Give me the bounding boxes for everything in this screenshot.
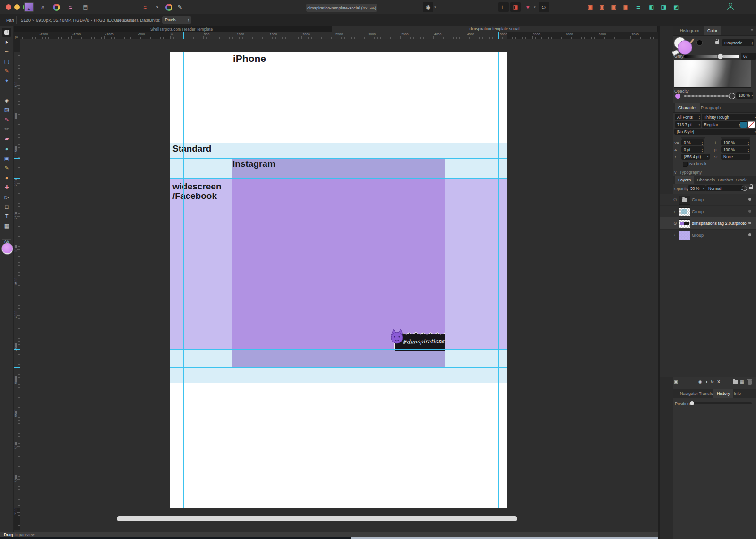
gray-slider[interactable] bbox=[684, 55, 739, 58]
flood-select-tool[interactable]: ✦ bbox=[2, 77, 11, 86]
align-vertical-icon[interactable]: ◨ bbox=[659, 2, 669, 12]
opacity-slider-knob[interactable] bbox=[729, 93, 735, 99]
text-tool[interactable]: T bbox=[2, 212, 11, 221]
minimize-button[interactable] bbox=[14, 4, 20, 10]
layer-lock-icon[interactable] bbox=[749, 187, 753, 189]
move-to-front-icon[interactable]: ▣ bbox=[585, 2, 595, 12]
guides-icon[interactable]: ∟ bbox=[498, 2, 509, 12]
vector-pen-icon[interactable]: ✎ bbox=[175, 2, 185, 12]
export-persona-icon[interactable]: ▤ bbox=[80, 2, 91, 12]
selection-brush-tool[interactable]: ✎ bbox=[2, 67, 11, 76]
view-mode-icon-caret[interactable]: ▼ bbox=[434, 6, 437, 9]
layer-row-dimspirations-tag[interactable]: ⊙ dimspirations tag 2.0.afphoto bbox=[660, 217, 756, 230]
history-position-knob[interactable] bbox=[690, 401, 694, 405]
color-wheel-icon[interactable] bbox=[163, 2, 174, 12]
dodge-tool[interactable]: ● bbox=[2, 144, 11, 153]
photo-persona-icon[interactable]: ▲ bbox=[24, 2, 34, 12]
leading-field[interactable]: (856.4 pt) bbox=[681, 154, 710, 160]
horizontal-guide[interactable] bbox=[170, 143, 507, 143]
move-tool[interactable]: ➤ bbox=[2, 38, 11, 47]
burn-tool[interactable]: ● bbox=[2, 173, 11, 182]
layer-expand-icon[interactable]: › bbox=[674, 209, 675, 214]
mesh-warp-tool[interactable]: ▦ bbox=[2, 222, 11, 231]
canvas-viewport[interactable]: iPhone Standard Instagram widescreen /Fa… bbox=[20, 39, 658, 530]
horizontal-guide[interactable] bbox=[170, 158, 507, 159]
flood-fill-tool[interactable]: ◈ bbox=[2, 96, 11, 105]
gradient-tool[interactable]: ▨ bbox=[2, 105, 11, 114]
horizontal-guide[interactable] bbox=[170, 178, 507, 179]
liquify-persona-icon[interactable]: ≈ bbox=[38, 2, 48, 12]
split-view-icon[interactable]: ◨ bbox=[510, 2, 521, 12]
shape-tool[interactable]: □ bbox=[2, 202, 11, 211]
view-mode-icon[interactable]: ◉ bbox=[423, 2, 433, 12]
vertical-guide[interactable] bbox=[498, 52, 499, 508]
tab-stock[interactable]: Stock bbox=[732, 176, 750, 184]
font-weight-select[interactable]: Regular ▴▾ bbox=[702, 121, 741, 128]
tab-paragraph[interactable]: Paragraph bbox=[697, 103, 724, 112]
color-picker-tool[interactable]: ✒ bbox=[2, 47, 11, 56]
tab-histogram[interactable]: Histogram bbox=[677, 26, 703, 35]
mask-layer-icon[interactable]: ◉ bbox=[698, 379, 702, 384]
node-tool[interactable]: ▷ bbox=[2, 193, 11, 202]
clone-stamp-tool[interactable]: ▣ bbox=[2, 154, 11, 163]
no-break-checkbox[interactable] bbox=[683, 162, 688, 167]
grayscale-field[interactable] bbox=[674, 60, 751, 88]
vertical-scale-field[interactable]: 100 % bbox=[721, 139, 750, 145]
horizontal-guide[interactable] bbox=[170, 507, 507, 507]
font-scope-select[interactable]: All Fonts ▴▾ bbox=[675, 114, 701, 120]
fill-color-well[interactable] bbox=[740, 121, 747, 128]
gray-slider-knob[interactable] bbox=[717, 53, 723, 60]
layer-expand-icon[interactable]: › bbox=[674, 233, 675, 238]
adjustment-layer-icon[interactable]: ◑ bbox=[705, 379, 707, 384]
eraser-tool[interactable]: ▰ bbox=[2, 135, 11, 144]
eyedropper-icon[interactable] bbox=[690, 38, 695, 43]
horizontal-guide[interactable] bbox=[170, 349, 507, 350]
artboard[interactable]: iPhone Standard Instagram widescreen /Fa… bbox=[170, 52, 507, 508]
alignment-icon[interactable]: = bbox=[633, 2, 644, 12]
horizontal-guide[interactable] bbox=[170, 383, 507, 383]
layer-row-group-1[interactable]: ∅ Group bbox=[660, 194, 756, 206]
move-to-back-icon[interactable]: ▣ bbox=[620, 2, 631, 12]
develop-persona-icon[interactable] bbox=[51, 2, 61, 12]
gray-value[interactable]: 67 bbox=[741, 53, 756, 60]
layer-effects-icon[interactable]: fx bbox=[711, 379, 714, 384]
horizontal-guide[interactable] bbox=[170, 367, 507, 368]
marquee-tool[interactable] bbox=[2, 86, 11, 95]
vertical-guide[interactable] bbox=[183, 52, 184, 508]
pixel-tool[interactable]: ✏ bbox=[2, 125, 11, 134]
snapping-icon-caret[interactable]: ▼ bbox=[533, 6, 536, 9]
stroke-color-well[interactable] bbox=[748, 121, 755, 128]
edit-all-layers-icon[interactable]: ▣ bbox=[674, 379, 678, 384]
tone-mapping-persona-icon[interactable]: ≈ bbox=[65, 2, 76, 12]
vertical-ruler[interactable]: 5001000150020002500300035004000450050005… bbox=[13, 39, 20, 530]
layer-hidden-icon[interactable]: ∅ bbox=[673, 197, 677, 202]
move-backward-icon[interactable]: ▣ bbox=[609, 2, 619, 12]
snapping-icon[interactable]: ♥ bbox=[523, 2, 533, 12]
horizontal-scale-field[interactable]: 100 % bbox=[721, 146, 750, 153]
horizontal-scrollbar[interactable] bbox=[117, 516, 517, 521]
vertical-guide[interactable] bbox=[232, 52, 232, 508]
view-tool[interactable] bbox=[2, 28, 11, 37]
layer-visibility-dot[interactable] bbox=[748, 233, 751, 236]
eyedropper-color-well[interactable] bbox=[696, 40, 703, 46]
blemish-removal-tool[interactable]: ✚ bbox=[2, 183, 11, 192]
text-style-select[interactable]: [No Style] ▾ bbox=[674, 129, 756, 135]
layer-visibility-dot[interactable] bbox=[748, 210, 751, 213]
layer-visibility-dot[interactable] bbox=[748, 198, 751, 201]
blend-mode-select[interactable]: Normal ▴▾ bbox=[706, 185, 744, 191]
color-lock-icon[interactable] bbox=[715, 41, 719, 44]
units-select[interactable]: Pixels ▴▾ bbox=[162, 16, 191, 24]
new-layer-icon[interactable]: ▦ bbox=[740, 379, 744, 384]
delete-layer-icon[interactable] bbox=[748, 380, 752, 385]
layer-row-group-2[interactable]: › Group bbox=[660, 205, 756, 218]
account-icon[interactable] bbox=[726, 2, 736, 12]
tab-character[interactable]: Character bbox=[675, 103, 700, 112]
color-panel-menu-icon[interactable]: ≡ bbox=[751, 28, 753, 33]
close-button[interactable] bbox=[6, 4, 11, 10]
typography-section-header[interactable]: Typography bbox=[679, 170, 702, 175]
distribute-icon[interactable]: ◩ bbox=[671, 2, 681, 12]
compass-icon[interactable]: ◔ bbox=[152, 2, 162, 12]
layer-row-group-3[interactable]: › Group bbox=[660, 229, 756, 241]
red-waves-icon[interactable]: ≈ bbox=[140, 2, 150, 12]
tab-color[interactable]: Color bbox=[704, 26, 721, 35]
